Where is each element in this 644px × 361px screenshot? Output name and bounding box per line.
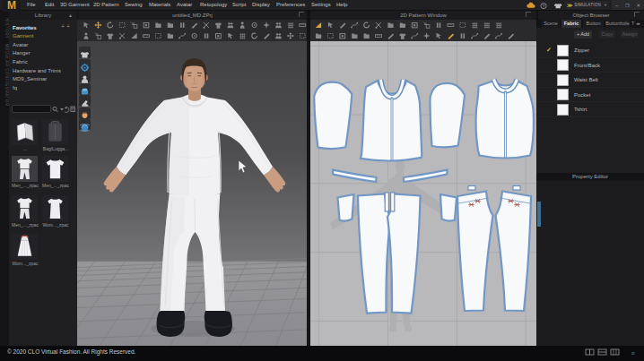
svg-text:σ: σ xyxy=(631,350,635,356)
svg-text:?: ? xyxy=(543,3,545,8)
